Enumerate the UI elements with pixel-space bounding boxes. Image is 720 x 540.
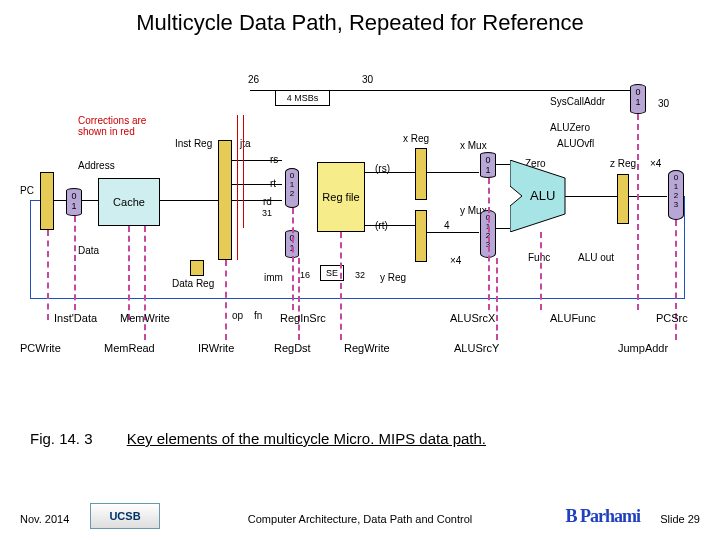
wire [565,196,617,197]
aluzero-label: ALUZero [550,122,590,133]
ctrl-dash [292,208,294,310]
bitwidth-30-right: 30 [658,98,669,109]
author-signature: B Parhami [566,506,641,527]
ctrl-dash [540,232,542,310]
ctrl-dash [488,178,490,310]
wire [427,172,479,173]
alufunc-sig: ALUFunc [550,312,596,324]
yreg-box [415,210,427,262]
pcsrc-sig: PCSrc [656,312,688,324]
blue-wire [684,196,685,298]
wire [365,225,415,226]
wire [160,200,218,201]
pc-label: PC [20,185,34,196]
pc-box [40,172,54,230]
xmux-label: x Mux [460,140,487,151]
aluovfl-label: ALUOvfl [557,138,594,149]
ctrl-dash [637,114,639,310]
wire [232,184,282,185]
rd-label: rd [263,196,272,207]
ctrl-dash [298,258,300,340]
ctrl-dash [496,258,498,340]
ctrl-dash [47,230,49,320]
memwrite-sig: MemWrite [120,312,170,324]
datareg-box [190,260,204,276]
addr-mux: 01 [66,188,82,216]
four-label: 4 [444,220,450,231]
corrections-note: Corrections are shown in red [78,115,168,137]
blue-wire [30,200,40,201]
bitwidth-30-top: 30 [362,74,373,85]
bitwidth-26: 26 [248,74,259,85]
bw16-label: 16 [300,270,310,280]
slide-title: Multicycle Data Path, Repeated for Refer… [0,10,720,36]
memread-sig: MemRead [104,342,155,354]
wire [496,228,510,229]
figure-text: Key elements of the multicycle Micro. MI… [127,430,486,447]
pcsrc-mux: 0123 [668,170,684,220]
slide-number: Slide 29 [660,513,700,525]
wire [232,200,282,201]
jumpaddr-sig: JumpAddr [618,342,668,354]
x4-label: ×4 [650,158,661,169]
x4b-label: ×4 [450,255,461,266]
xreg-label: x Reg [403,133,429,144]
data-label: Data [78,245,99,256]
irwrite-sig: IRWrite [198,342,234,354]
ctrl-dash [340,232,342,340]
bw32-label: 32 [355,270,365,280]
address-label: Address [78,160,115,171]
reginsrc-sig: RegInSrc [280,312,326,324]
datareg-label: Data Reg [172,278,214,289]
regdst-sig: RegDst [274,342,311,354]
wire [232,160,282,161]
red-wire [243,115,244,228]
ctrl-dash [225,260,227,340]
wire [629,196,667,197]
op-label: op [232,310,243,321]
ctrl-dash [128,226,130,320]
wire [365,172,415,173]
wire [54,200,66,201]
figure-caption: Fig. 14. 3 Key elements of the multicycl… [30,430,700,447]
regfile-box: Reg file [317,162,365,232]
red-wire [237,115,238,260]
ctrl-dash [74,216,76,310]
wire [82,200,98,201]
wire [427,232,479,233]
blue-wire [30,200,31,298]
jump-mux: 01 [630,84,646,114]
alusrcx-sig: ALUSrcX [450,312,495,324]
zreg-label: z Reg [610,158,636,169]
instdata-sig: Inst'Data [54,312,97,324]
alu-text: ALU [530,188,555,203]
instreg-label: Inst Reg [175,138,212,149]
alusrcy-sig: ALUSrcY [454,342,499,354]
fn-label: fn [254,310,262,321]
aluout-label: ALU out [578,252,614,263]
imm-label: imm [264,272,283,283]
datapath-diagram: 26 30 4 MSBs SysCallAddr 01 30 Correctio… [20,60,700,410]
x-mux: 01 [480,152,496,178]
syscalladdr-label: SysCallAddr [550,96,605,107]
regdst-mux: 012 [285,168,299,208]
regwrite-sig: RegWrite [344,342,390,354]
figure-number: Fig. 14. 3 [30,430,93,447]
xreg-box [415,148,427,200]
yreg-label: y Reg [380,272,406,283]
msb-box: 4 MSBs [275,90,330,106]
cache-box: Cache [98,178,160,226]
pcwrite-sig: PCWrite [20,342,61,354]
jta-label: jta [240,138,251,149]
instreg-box [218,140,232,260]
bw31-label: 31 [262,208,272,218]
zreg-box [617,174,629,224]
wire [496,164,510,165]
